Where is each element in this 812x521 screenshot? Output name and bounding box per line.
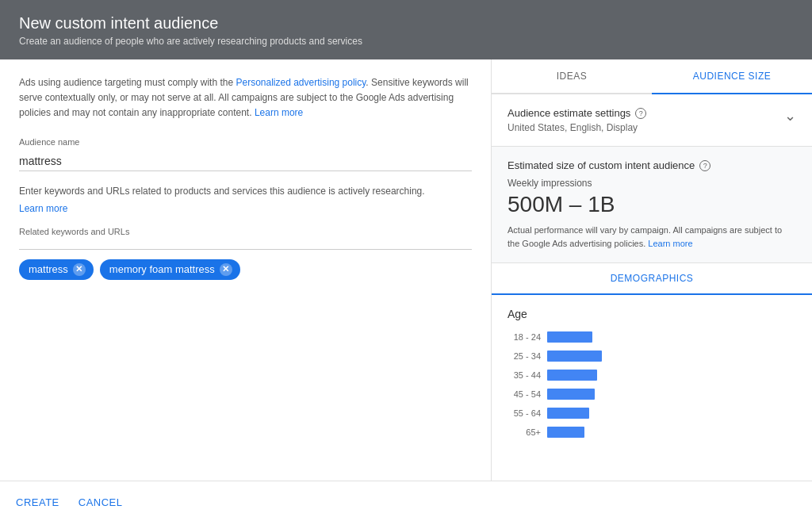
weekly-label: Weekly impressions — [508, 178, 796, 189]
bar-row: 35 - 44 — [508, 368, 796, 382]
audience-settings: Audience estimate settings ? United Stat… — [492, 94, 812, 147]
bar-track — [547, 349, 796, 363]
audience-name-label: Audience name — [19, 137, 472, 147]
age-chart-title: Age — [508, 308, 796, 320]
settings-chevron-icon[interactable]: ⌄ — [784, 107, 796, 125]
audience-name-input[interactable] — [19, 151, 472, 171]
settings-help-icon[interactable]: ? — [635, 108, 646, 119]
tag-memory-foam-mattress: memory foam mattress ✕ — [100, 259, 240, 280]
age-chart: Age 18 - 2425 - 3435 - 4445 - 5455 - 646… — [492, 295, 812, 452]
bar-fill — [547, 331, 592, 343]
helper-text-content: Enter keywords and URLs related to produ… — [19, 186, 425, 197]
estimated-title: Estimated size of custom intent audience… — [508, 159, 796, 171]
personalized-advertising-policy-link[interactable]: Personalized advertising policy — [236, 77, 366, 88]
bar-row: 18 - 24 — [508, 330, 796, 344]
size-note-text: Actual performance will vary by campaign… — [508, 225, 782, 248]
policy-text: Ads using audience targeting must comply… — [19, 75, 472, 121]
bar-row: 45 - 54 — [508, 387, 796, 401]
policy-text-before: Ads using audience targeting must comply… — [19, 77, 236, 88]
estimated-size-section: Estimated size of custom intent audience… — [492, 147, 812, 263]
bar-fill — [547, 427, 584, 438]
settings-info: Audience estimate settings ? United Stat… — [508, 107, 646, 133]
keywords-input-row — [19, 243, 472, 250]
cancel-button[interactable]: CANCEL — [75, 490, 126, 515]
left-panel: Ads using audience targeting must comply… — [0, 59, 492, 481]
bar-fill — [547, 389, 595, 400]
bar-track — [547, 406, 796, 420]
main-content: Ads using audience targeting must comply… — [0, 59, 812, 481]
keywords-label: Related keywords and URLs — [19, 227, 472, 236]
size-note: Actual performance will vary by campaign… — [508, 224, 796, 250]
bar-row: 55 - 64 — [508, 406, 796, 420]
tag-mattress-close[interactable]: ✕ — [73, 263, 86, 276]
bar-label: 65+ — [508, 427, 541, 437]
right-panel: IDEAS AUDIENCE SIZE Audience estimate se… — [492, 59, 812, 481]
learn-more-link-2[interactable]: Learn more — [19, 203, 67, 214]
tag-memory-foam-label: memory foam mattress — [109, 263, 215, 275]
bar-track — [547, 425, 796, 439]
bar-chart: 18 - 2425 - 3435 - 4445 - 5455 - 6465+ — [508, 330, 796, 439]
settings-title-text: Audience estimate settings — [508, 107, 630, 119]
size-range: 500M – 1B — [508, 192, 796, 217]
demographics-tab[interactable]: DEMOGRAPHICS — [492, 263, 812, 295]
bar-track — [547, 330, 796, 344]
tab-ideas[interactable]: IDEAS — [492, 59, 652, 93]
size-note-learn-more[interactable]: Learn more — [648, 239, 692, 248]
tab-audience-size[interactable]: AUDIENCE SIZE — [652, 59, 812, 94]
page-title: New custom intent audience — [19, 14, 793, 33]
learn-more-link-1[interactable]: Learn more — [255, 107, 303, 118]
bar-label: 25 - 34 — [508, 351, 541, 361]
helper-text: Enter keywords and URLs related to produ… — [19, 184, 472, 199]
bar-row: 25 - 34 — [508, 349, 796, 363]
estimated-help-icon[interactable]: ? — [699, 160, 710, 171]
settings-title: Audience estimate settings ? — [508, 107, 646, 119]
tags-container: mattress ✕ memory foam mattress ✕ — [19, 259, 472, 280]
bar-label: 35 - 44 — [508, 370, 541, 380]
estimated-title-text: Estimated size of custom intent audience — [508, 159, 695, 171]
bar-fill — [547, 351, 602, 362]
tabs-row: IDEAS AUDIENCE SIZE — [492, 59, 812, 94]
bar-row: 65+ — [508, 425, 796, 439]
bar-fill — [547, 408, 589, 419]
audience-name-group: Audience name — [19, 137, 472, 171]
footer: CREATE CANCEL — [0, 481, 812, 521]
page-header: New custom intent audience Create an aud… — [0, 0, 812, 59]
bar-track — [547, 387, 796, 401]
bar-track — [547, 368, 796, 382]
settings-subtitle: United States, English, Display — [508, 122, 646, 133]
tag-mattress: mattress ✕ — [19, 259, 94, 280]
bar-label: 55 - 64 — [508, 408, 541, 418]
tag-mattress-label: mattress — [29, 263, 68, 275]
bar-fill — [547, 370, 597, 381]
bar-label: 45 - 54 — [508, 389, 541, 399]
bar-label: 18 - 24 — [508, 332, 541, 342]
create-button[interactable]: CREATE — [13, 490, 63, 515]
tag-memory-foam-close[interactable]: ✕ — [220, 263, 232, 276]
page-subtitle: Create an audience of people who are act… — [19, 36, 793, 47]
